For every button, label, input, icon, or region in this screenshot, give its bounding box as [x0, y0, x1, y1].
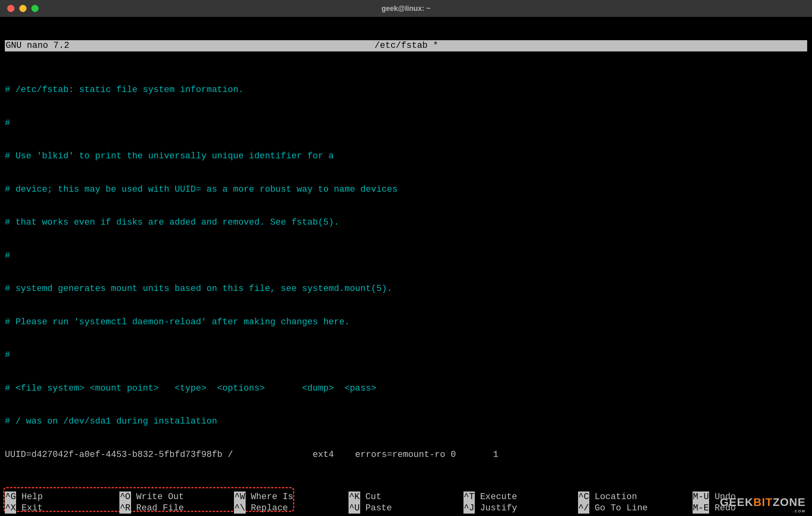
fstab-header: # <file system> <mount point> <type> <op… — [5, 383, 807, 394]
fstab-entry-root: UUID=d427042f-a0ef-4453-b832-5fbfd73f98f… — [5, 449, 807, 461]
fstab-comment: # — [5, 118, 807, 129]
close-icon[interactable] — [7, 5, 14, 12]
shortcut-location[interactable]: ^CLocation — [578, 491, 693, 503]
nano-title-bar: GNU nano 7.2 /etc/fstab * — [5, 40, 807, 51]
shortcut-execute[interactable]: ^TExecute — [463, 491, 578, 503]
fstab-comment: # that works even if disks are added and… — [5, 217, 807, 228]
fstab-comment: # Use 'blkid' to print the universally u… — [5, 151, 807, 162]
minimize-icon[interactable] — [19, 5, 27, 12]
shortcut-where-is[interactable]: ^WWhere Is — [234, 491, 349, 503]
window-titlebar: geek@linux: ~ — [0, 0, 812, 17]
fstab-comment: # — [5, 250, 807, 262]
shortcut-paste[interactable]: ^UPaste — [349, 503, 463, 514]
shortcut-help[interactable]: ^GHelp — [5, 491, 119, 503]
shortcut-row: ^GHelp ^OWrite Out ^WWhere Is ^KCut ^TEx… — [5, 491, 807, 503]
nano-app-name: GNU nano 7.2 — [5, 40, 69, 51]
window-title: geek@linux: ~ — [381, 4, 431, 13]
shortcut-cut[interactable]: ^KCut — [349, 491, 463, 503]
fstab-comment: # device; this may be used with UUID= as… — [5, 184, 807, 195]
shortcut-replace[interactable]: ^\Replace — [234, 503, 349, 514]
nano-file-name: /etc/fstab * — [69, 40, 743, 51]
fstab-comment: # Please run 'systemctl daemon-reload' a… — [5, 317, 807, 328]
maximize-icon[interactable] — [31, 5, 39, 12]
traffic-lights — [7, 5, 39, 12]
fstab-comment: # systemd generates mount units based on… — [5, 283, 807, 295]
shortcut-row: ^XExit ^RRead File ^\Replace ^UPaste ^JJ… — [5, 503, 807, 514]
watermark: GEEKBITZONE .COM — [720, 495, 806, 514]
shortcut-goto-line[interactable]: ^/Go To Line — [578, 503, 693, 514]
shortcut-write-out[interactable]: ^OWrite Out — [119, 491, 234, 503]
terminal-viewport[interactable]: GNU nano 7.2 /etc/fstab * # /etc/fstab: … — [0, 17, 812, 516]
shortcut-justify[interactable]: ^JJustify — [463, 503, 578, 514]
fstab-comment: # — [5, 350, 807, 361]
fstab-comment: # / was on /dev/sda1 during installation — [5, 416, 807, 427]
nano-shortcut-bar: ^GHelp ^OWrite Out ^WWhere Is ^KCut ^TEx… — [5, 491, 807, 514]
shortcut-read-file[interactable]: ^RRead File — [119, 503, 234, 514]
fstab-comment: # /etc/fstab: static file system informa… — [5, 84, 807, 96]
shortcut-exit[interactable]: ^XExit — [5, 503, 119, 514]
